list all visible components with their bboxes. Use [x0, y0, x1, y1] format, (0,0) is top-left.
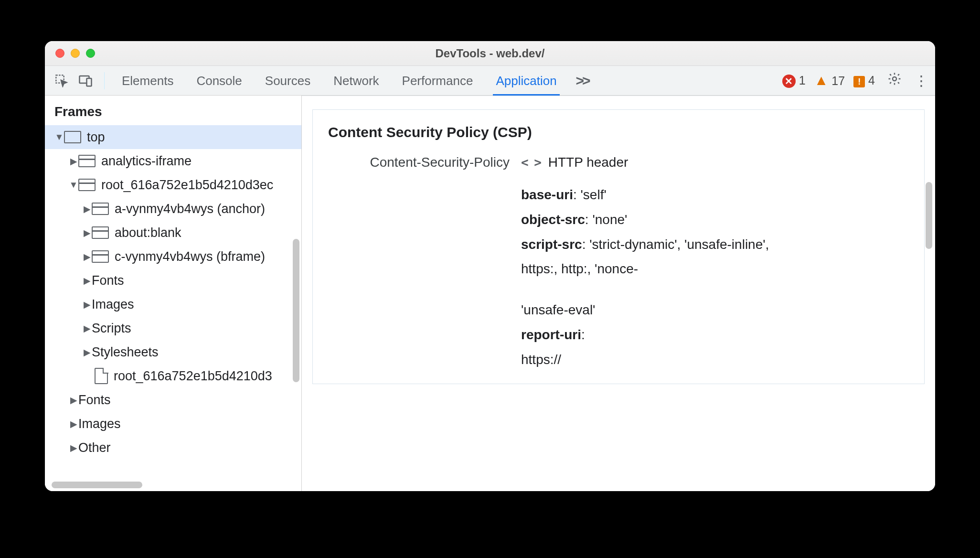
status-counters: ✕ 1 ▲ 17 ! 4: [782, 73, 875, 88]
tree-item-folder[interactable]: Scripts: [45, 316, 301, 340]
tree-label: Images: [92, 297, 134, 312]
titlebar: DevTools - web.dev/: [45, 41, 935, 66]
tree-item-folder[interactable]: Fonts: [45, 388, 301, 412]
svg-point-3: [893, 77, 896, 81]
frame-icon: [92, 226, 109, 239]
tab-sources[interactable]: Sources: [262, 66, 313, 95]
tree-item-folder[interactable]: Other: [45, 436, 301, 460]
tree-item-top[interactable]: top: [45, 125, 301, 149]
csp-source-row: Content-Security-Policy < > HTTP header: [328, 155, 909, 170]
window-icon: [64, 131, 81, 143]
tab-console[interactable]: Console: [193, 66, 245, 95]
tree-item-folder[interactable]: Fonts: [45, 268, 301, 292]
csp-heading: Content Security Policy (CSP): [328, 124, 909, 140]
csp-directive: script-src: 'strict-dynamic', 'unsafe-in…: [521, 232, 909, 257]
expand-toggle-icon[interactable]: [82, 204, 92, 215]
tree-item-folder[interactable]: Images: [45, 412, 301, 436]
expand-toggle-icon[interactable]: [82, 323, 92, 334]
tree-item-document[interactable]: root_616a752e1b5d4210d3: [45, 364, 301, 388]
issue-counter[interactable]: ! 4: [853, 74, 875, 88]
expand-toggle-icon[interactable]: [69, 180, 78, 190]
issue-count: 4: [868, 74, 875, 87]
panel-tabs: Elements Console Sources Network Perform…: [119, 66, 560, 95]
content-area: Frames top analytics-iframe root_616a752…: [45, 96, 935, 491]
frames-tree: top analytics-iframe root_616a752e1b5d42…: [45, 125, 301, 460]
frame-icon: [92, 203, 109, 215]
expand-toggle-icon[interactable]: [69, 418, 78, 429]
toolbar: Elements Console Sources Network Perform…: [45, 66, 935, 96]
error-count: 1: [799, 74, 806, 87]
tree-item-iframe[interactable]: about:blank: [45, 221, 301, 245]
document-icon: [95, 368, 108, 384]
tree-label: Fonts: [78, 393, 111, 408]
warning-icon: ▲: [814, 73, 829, 87]
code-icon: < >: [521, 155, 541, 170]
tab-elements[interactable]: Elements: [119, 66, 176, 95]
main-vertical-scrollbar[interactable]: [926, 182, 932, 249]
csp-panel: Content Security Policy (CSP) Content-Se…: [312, 109, 925, 384]
expand-toggle-icon[interactable]: [82, 299, 92, 310]
sidebar-horizontal-scrollbar[interactable]: [52, 482, 142, 488]
tree-item-folder[interactable]: Stylesheets: [45, 340, 301, 364]
tree-label: root_616a752e1b5d4210d3: [114, 369, 272, 384]
expand-toggle-icon[interactable]: [69, 442, 78, 453]
tree-item-folder[interactable]: Images: [45, 292, 301, 316]
expand-toggle-icon[interactable]: [82, 227, 92, 238]
tree-label: root_616a752e1b5d4210d3ec: [101, 178, 273, 193]
tree-label: analytics-iframe: [101, 154, 192, 169]
tree-label: Stylesheets: [92, 345, 159, 360]
tree-label: Fonts: [92, 273, 124, 288]
tree-item-iframe[interactable]: analytics-iframe: [45, 149, 301, 173]
toolbar-divider: [104, 72, 105, 89]
warning-count: 17: [831, 74, 845, 87]
expand-toggle-icon[interactable]: [69, 156, 78, 167]
sidebar-section-header: Frames: [45, 96, 301, 125]
error-counter[interactable]: ✕ 1: [782, 74, 806, 88]
tree-label: Other: [78, 440, 111, 455]
csp-directive-cont: 'unsafe-eval': [521, 298, 909, 322]
more-tabs-button[interactable]: >>: [576, 73, 589, 89]
devtools-window: DevTools - web.dev/ Elements Console Sou…: [45, 41, 935, 491]
expand-toggle-icon[interactable]: [82, 275, 92, 286]
inspect-element-icon[interactable]: [52, 71, 72, 91]
sidebar-vertical-scrollbar[interactable]: [293, 239, 299, 382]
warning-counter[interactable]: ▲ 17: [814, 73, 845, 88]
frame-icon: [78, 179, 96, 191]
issue-icon: !: [853, 76, 865, 87]
tree-label: top: [87, 130, 105, 145]
expand-toggle-icon[interactable]: [82, 251, 92, 262]
settings-button[interactable]: [887, 72, 902, 89]
csp-directive: base-uri: 'self': [521, 182, 909, 207]
tree-label: a-vynmy4vb4wys (anchor): [115, 202, 265, 216]
expand-toggle-icon[interactable]: [82, 347, 92, 358]
tree-item-iframe[interactable]: a-vynmy4vb4wys (anchor): [45, 197, 301, 221]
tree-label: c-vynmy4vb4wys (bframe): [115, 249, 265, 264]
device-toolbar-icon[interactable]: [75, 71, 96, 91]
csp-directive: report-uri:: [521, 322, 909, 347]
csp-source-label: Content-Security-Policy: [328, 155, 510, 170]
tree-label: Scripts: [92, 321, 131, 336]
csp-directives: base-uri: 'self' object-src: 'none' scri…: [328, 182, 909, 372]
csp-source-text: HTTP header: [548, 155, 628, 170]
tree-item-iframe[interactable]: root_616a752e1b5d4210d3ec: [45, 173, 301, 197]
csp-source-value: < > HTTP header: [521, 155, 909, 170]
tab-network[interactable]: Network: [330, 66, 382, 95]
error-icon: ✕: [782, 75, 796, 88]
expand-toggle-icon[interactable]: [69, 395, 78, 406]
csp-directive-cont: https://: [521, 347, 909, 372]
main-panel: Content Security Policy (CSP) Content-Se…: [302, 96, 935, 491]
tree-item-iframe[interactable]: c-vynmy4vb4wys (bframe): [45, 245, 301, 268]
tab-performance[interactable]: Performance: [399, 66, 476, 95]
expand-toggle-icon[interactable]: [54, 132, 64, 142]
csp-directive-cont: https:, http:, 'nonce-: [521, 257, 909, 281]
csp-directive: object-src: 'none': [521, 207, 909, 232]
tree-label: about:blank: [115, 225, 181, 240]
frames-sidebar: Frames top analytics-iframe root_616a752…: [45, 96, 302, 491]
tab-application[interactable]: Application: [493, 66, 559, 95]
svg-rect-2: [87, 78, 92, 86]
frame-icon: [78, 155, 96, 167]
more-options-button[interactable]: ⋮: [914, 72, 928, 89]
window-title: DevTools - web.dev/: [45, 47, 935, 60]
tree-label: Images: [78, 417, 121, 431]
frame-icon: [92, 250, 109, 263]
